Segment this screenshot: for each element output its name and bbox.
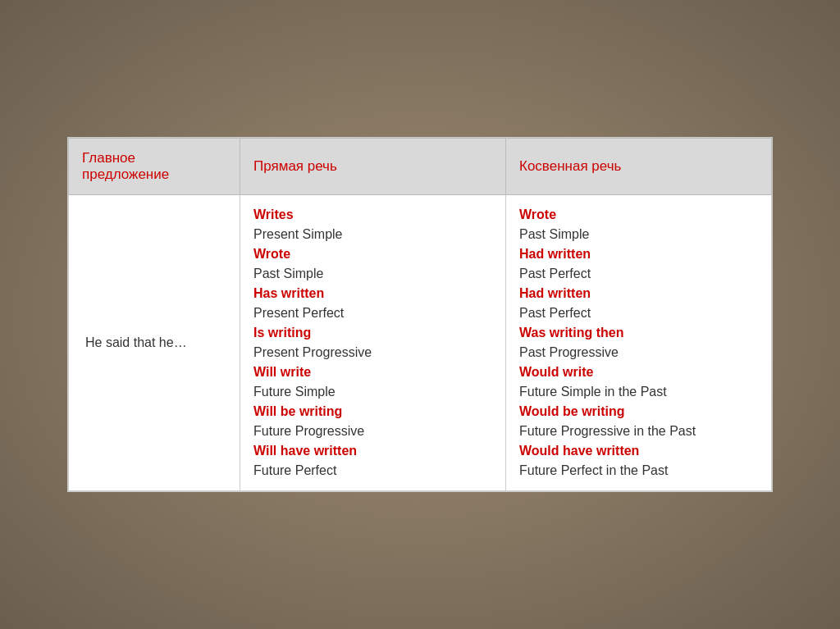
mid-col-item: Future Progressive (253, 422, 492, 441)
header-col1: Главное предложение (69, 139, 240, 195)
mid-col-item: Present Simple (253, 225, 492, 244)
right-col-item: Future Progressive in the Past (519, 422, 758, 441)
mid-col-item: Present Progressive (253, 343, 492, 362)
right-col-item: Future Simple in the Past (519, 382, 758, 402)
left-col-cell: He said that he… (69, 195, 240, 491)
mid-col-item: Future Perfect (253, 461, 492, 481)
right-col-item: Wrote (519, 205, 758, 225)
grammar-table-container: Главное предложение Прямая речь Косвенна… (67, 137, 773, 492)
mid-col-item: Wrote (253, 244, 492, 264)
mid-col-item: Will write (253, 362, 492, 382)
right-col-item: Past Perfect (519, 264, 758, 284)
header-col3: Косвенная речь (506, 139, 772, 195)
right-col-item: Was writing then (519, 323, 758, 343)
mid-col-item: Has written (253, 284, 492, 303)
right-col-item: Had written (519, 284, 758, 303)
grammar-table: Главное предложение Прямая речь Косвенна… (68, 138, 772, 491)
mid-col-cell: WritesPresent SimpleWrotePast SimpleHas … (240, 195, 506, 491)
right-col-item: Would write (519, 362, 758, 382)
mid-col-item: Writes (253, 205, 492, 225)
table-header-row: Главное предложение Прямая речь Косвенна… (69, 139, 772, 195)
mid-col-item: Future Simple (253, 382, 492, 402)
right-col-cell: WrotePast SimpleHad writtenPast PerfectH… (506, 195, 772, 491)
right-col-item: Past Perfect (519, 303, 758, 323)
right-col-item: Would have written (519, 441, 758, 461)
mid-col-item: Will have written (253, 441, 492, 461)
right-col-item: Past Progressive (519, 343, 758, 362)
right-col-item: Would be writing (519, 402, 758, 422)
mid-col-item: Will be writing (253, 402, 492, 422)
mid-col-item: Present Perfect (253, 303, 492, 323)
right-col-item: Future Perfect in the Past (519, 461, 758, 481)
mid-col-item: Is writing (253, 323, 492, 343)
right-col-item: Had written (519, 244, 758, 264)
header-col2: Прямая речь (240, 139, 506, 195)
table-row: He said that he…WritesPresent SimpleWrot… (69, 195, 772, 491)
mid-col-item: Past Simple (253, 264, 492, 284)
right-col-item: Past Simple (519, 225, 758, 244)
